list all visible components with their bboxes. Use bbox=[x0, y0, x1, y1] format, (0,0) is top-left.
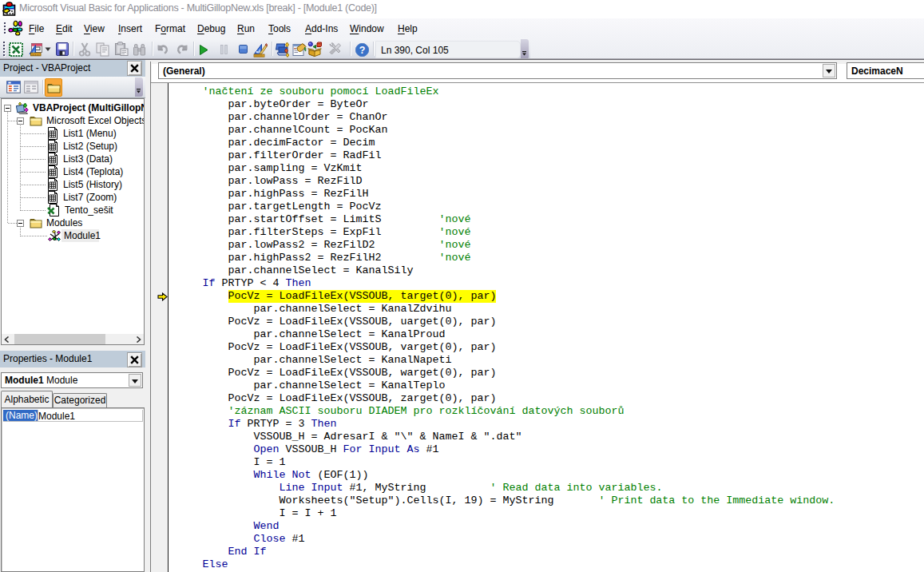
svg-text:?: ? bbox=[359, 45, 366, 56]
